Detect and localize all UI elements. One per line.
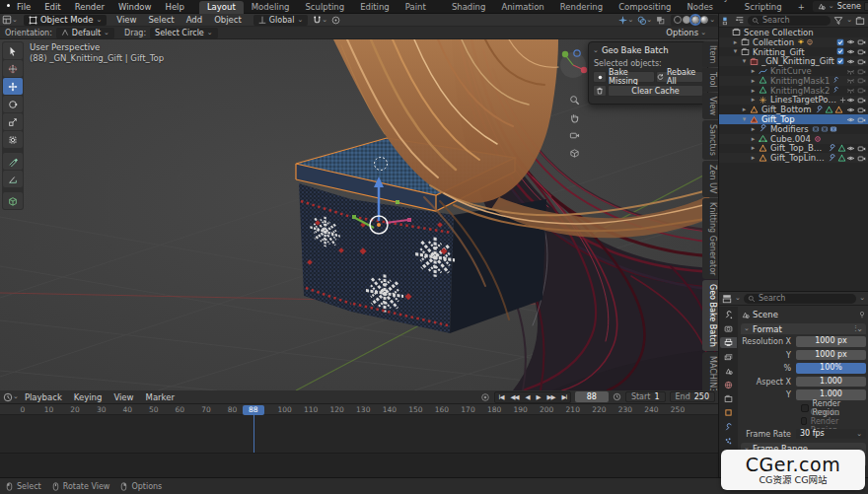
display-mode-icon[interactable] bbox=[722, 16, 732, 26]
tool-select-box[interactable] bbox=[3, 42, 23, 59]
ortho-toggle-icon[interactable] bbox=[569, 148, 580, 159]
workspace-tab-scripting[interactable]: Scripting bbox=[737, 1, 790, 14]
outliner-row[interactable]: ▾Knitting_Gift bbox=[719, 47, 868, 57]
sidebar-tab-sanctus[interactable]: Sanctus bbox=[702, 120, 718, 160]
expander-icon[interactable]: ▸ bbox=[749, 67, 758, 75]
expander-icon[interactable]: ▸ bbox=[749, 135, 758, 143]
expander-icon[interactable]: ▸ bbox=[749, 77, 758, 85]
menu-window[interactable]: Window bbox=[111, 2, 159, 12]
field-value[interactable]: 1000 px bbox=[796, 336, 866, 347]
tool-rotate[interactable] bbox=[3, 96, 23, 112]
outliner-row[interactable]: ▸KnittingMask2 bbox=[719, 86, 868, 96]
workspace-tab-sculpting[interactable]: Sculpting bbox=[297, 1, 352, 14]
tool-move[interactable] bbox=[3, 78, 23, 95]
timeline-track-area[interactable] bbox=[0, 453, 718, 477]
outliner-row[interactable]: ▸LinesTargetPoint bbox=[719, 96, 868, 106]
workspace-tab-geometry-nodes[interactable]: Geometry Nodes bbox=[679, 0, 736, 14]
workspace-tab-shading[interactable]: Shading bbox=[444, 1, 494, 14]
properties-tab-tool[interactable] bbox=[720, 310, 737, 320]
outliner-row[interactable]: ▾Gift_Top bbox=[719, 114, 868, 124]
cam-toggle-icon[interactable] bbox=[857, 96, 866, 105]
pan-hand-icon[interactable] bbox=[569, 112, 580, 123]
tool-measure[interactable] bbox=[3, 171, 23, 187]
sidebar-tab-geo-bake-batch[interactable]: Geo Bake Batch bbox=[702, 280, 718, 351]
expander-icon[interactable]: ▸ bbox=[749, 154, 758, 162]
pin-icon[interactable] bbox=[858, 311, 866, 318]
playhead-line[interactable] bbox=[253, 415, 255, 453]
eye-closed-toggle-icon[interactable] bbox=[846, 67, 855, 76]
camera-view-icon[interactable] bbox=[569, 130, 580, 141]
timeline-menu-view[interactable]: View bbox=[108, 392, 139, 402]
field-value[interactable]: 100% bbox=[796, 363, 866, 374]
clear-cache-button[interactable]: Clear Cache bbox=[608, 85, 703, 97]
show-gizmo-toggle[interactable]: ⌄ bbox=[618, 16, 633, 25]
drag-mode-dropdown[interactable]: Select Circle ⌄ bbox=[150, 28, 218, 38]
outliner-row[interactable]: ▾_GN_Knitting_Gift bbox=[719, 56, 868, 66]
shading-solid-button[interactable] bbox=[683, 16, 690, 24]
workspace-tab-uv-editing[interactable]: UV Editing bbox=[352, 0, 398, 14]
timeline-menu-keying[interactable]: Keying bbox=[68, 392, 108, 402]
shading-wireframe-button[interactable] bbox=[674, 16, 682, 24]
check-toggle-icon[interactable] bbox=[836, 38, 844, 46]
new-scene-button[interactable] bbox=[864, 2, 868, 11]
frame-end-pill[interactable]: End 250 bbox=[670, 391, 715, 402]
tool-add-cube[interactable] bbox=[3, 192, 23, 209]
eye-toggle-icon[interactable] bbox=[846, 154, 855, 163]
bake-missing-button[interactable]: Bake Missing bbox=[608, 71, 655, 83]
play-button[interactable]: ▶ bbox=[533, 393, 543, 401]
play-reverse-button[interactable]: ◀ bbox=[522, 393, 533, 401]
filter-objects-icon[interactable] bbox=[735, 16, 745, 26]
menu-render[interactable]: Render bbox=[68, 2, 111, 12]
cam-toggle-icon[interactable] bbox=[857, 115, 866, 124]
sidebar-tab-zen-uv[interactable]: Zen UV bbox=[702, 161, 718, 197]
workspace-tab-animation[interactable]: Animation bbox=[493, 1, 551, 14]
shading-material-button[interactable] bbox=[691, 16, 699, 24]
cam-toggle-icon[interactable] bbox=[857, 37, 866, 46]
editor-type-icon[interactable] bbox=[722, 294, 732, 304]
outliner-row[interactable]: ▸KnittingMask1 bbox=[719, 76, 868, 86]
eye-toggle-icon[interactable] bbox=[846, 96, 855, 105]
outliner-row[interactable]: ▸Gift_Top_Bow bbox=[719, 144, 868, 154]
cam-toggle-icon[interactable] bbox=[857, 47, 866, 56]
workspace-tab-layout[interactable]: Layout bbox=[199, 1, 244, 14]
outliner-row[interactable]: ▸Cube.004 bbox=[719, 134, 868, 144]
expander-icon[interactable]: ▸ bbox=[740, 106, 749, 113]
cam-toggle-icon[interactable] bbox=[857, 57, 866, 66]
filter-funnel-icon[interactable] bbox=[833, 16, 843, 26]
auto-key-icon[interactable] bbox=[480, 392, 490, 402]
expander-icon[interactable]: ▾ bbox=[740, 57, 749, 65]
format-panel-header[interactable]: ⌄ Format ⫶⌄ bbox=[741, 323, 866, 334]
properties-tab-particles[interactable] bbox=[720, 436, 737, 447]
playhead-frame-badge[interactable]: 88 bbox=[243, 405, 264, 415]
timeline-editor-icon[interactable] bbox=[3, 392, 13, 402]
properties-tab-scene[interactable] bbox=[720, 366, 737, 377]
cam-dim-toggle-icon[interactable] bbox=[857, 67, 866, 76]
outliner-row[interactable]: ▸KnitCurve bbox=[719, 66, 868, 76]
eye-toggle-icon[interactable] bbox=[846, 57, 855, 66]
tool-cursor[interactable] bbox=[3, 60, 23, 77]
expander-icon[interactable]: ▸ bbox=[749, 144, 758, 152]
workspace-tab--[interactable]: + bbox=[790, 1, 813, 14]
field-value[interactable]: 1.000 bbox=[796, 377, 866, 388]
viewport-menu-add[interactable]: Add bbox=[181, 15, 208, 25]
jump-end-button[interactable]: ▶Ι bbox=[558, 393, 570, 401]
mode-dropdown[interactable]: Object Mode ⌄ bbox=[24, 15, 107, 26]
viewport-menu-view[interactable]: View bbox=[110, 15, 142, 25]
check-toggle-icon[interactable] bbox=[836, 57, 844, 65]
workspace-tab-texture-paint[interactable]: Texture Paint bbox=[398, 0, 444, 14]
next-key-button[interactable]: ▶▶ bbox=[543, 393, 558, 401]
checkbox-icon[interactable] bbox=[801, 404, 809, 412]
properties-tab-output[interactable] bbox=[720, 337, 737, 348]
eye-toggle-icon[interactable] bbox=[846, 37, 855, 46]
sidebar-tab-item[interactable]: Item bbox=[702, 41, 718, 67]
properties-tab-view-layer[interactable] bbox=[720, 352, 737, 363]
current-frame-field[interactable]: 88 bbox=[575, 391, 609, 402]
cam-toggle-icon[interactable] bbox=[857, 154, 866, 163]
scene-selector[interactable]: ⌄ Scene bbox=[813, 1, 868, 12]
frame-rate-dropdown[interactable]: 30 fps ⌄ bbox=[796, 429, 866, 440]
jump-start-button[interactable]: Ι◀ bbox=[495, 393, 507, 401]
cam-toggle-icon[interactable] bbox=[857, 144, 866, 153]
prev-key-button[interactable]: ◀◀ bbox=[507, 393, 522, 401]
workspace-tab-compositing[interactable]: Compositing bbox=[611, 1, 679, 14]
menu-file[interactable]: File bbox=[10, 2, 37, 12]
